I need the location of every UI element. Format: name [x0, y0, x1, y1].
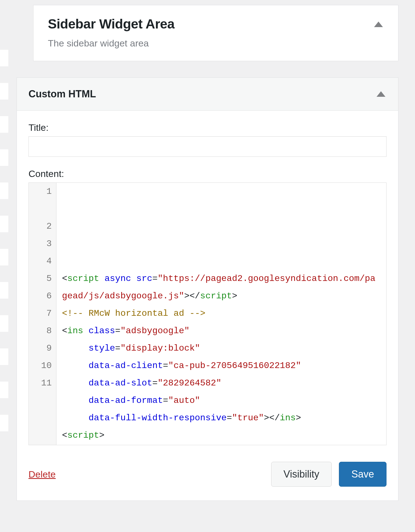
- editor-gutter: 1234567891011: [29, 183, 56, 445]
- delete-widget-link[interactable]: Delete: [28, 469, 56, 480]
- editor-code-area[interactable]: <script async src="https://pagead2.googl…: [56, 183, 386, 445]
- save-button[interactable]: Save: [339, 462, 387, 487]
- collapse-widget-button[interactable]: [375, 88, 387, 100]
- chevron-up-icon: [377, 91, 385, 97]
- content-field-label: Content:: [28, 168, 387, 179]
- widget-header[interactable]: Custom HTML: [17, 78, 398, 111]
- left-rail: [0, 0, 11, 448]
- content-code-editor[interactable]: 1234567891011 <script async src="https:/…: [28, 182, 387, 445]
- widget-title-input[interactable]: [28, 136, 387, 157]
- widget-body: Title: Content: 1234567891011 <script as…: [17, 111, 398, 450]
- collapse-area-button[interactable]: [373, 19, 384, 30]
- widget-panel: Custom HTML Title: Content: 123456789101…: [17, 77, 398, 501]
- chevron-up-icon: [374, 22, 383, 27]
- title-field-label: Title:: [28, 122, 387, 133]
- widget-area-title: Sidebar Widget Area: [48, 16, 384, 32]
- widget-footer: Delete Visibility Save: [17, 450, 398, 500]
- widget-area-header[interactable]: Sidebar Widget Area The sidebar widget a…: [33, 5, 398, 61]
- visibility-button[interactable]: Visibility: [271, 462, 332, 487]
- widget-type-label: Custom HTML: [28, 88, 96, 100]
- widget-area-description: The sidebar widget area: [48, 37, 384, 49]
